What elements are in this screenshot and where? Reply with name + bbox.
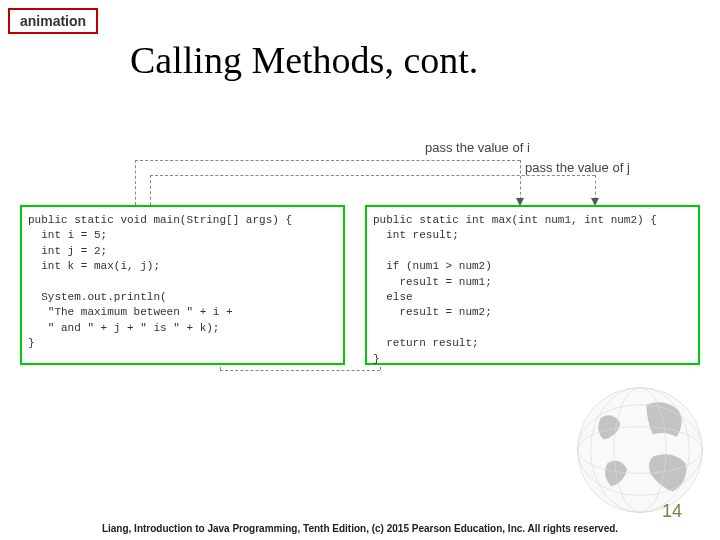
arrow-j-horiz [150, 175, 595, 176]
main-method-code: public static void main(String[] args) {… [20, 205, 345, 365]
arrow-j-vert2 [595, 175, 596, 200]
arrow-i-horiz [135, 160, 520, 161]
pass-value-i-label: pass the value of i [425, 140, 530, 155]
max-method-code: public static int max(int num1, int num2… [365, 205, 700, 365]
slide-title: Calling Methods, cont. [130, 38, 478, 82]
animation-tag: animation [8, 8, 98, 34]
arrow-i-vert2 [520, 160, 521, 200]
arrow-j-vert1 [150, 175, 151, 205]
pass-value-j-label: pass the value of j [525, 160, 630, 175]
code-diagram: pass the value of i pass the value of j … [20, 130, 700, 390]
footer-citation: Liang, Introduction to Java Programming,… [0, 523, 720, 534]
page-number: 14 [662, 501, 682, 522]
svg-point-1 [578, 388, 703, 513]
arrow-return-horiz [220, 370, 380, 371]
arrow-i-vert1 [135, 160, 136, 205]
globe-decoration [575, 385, 705, 515]
